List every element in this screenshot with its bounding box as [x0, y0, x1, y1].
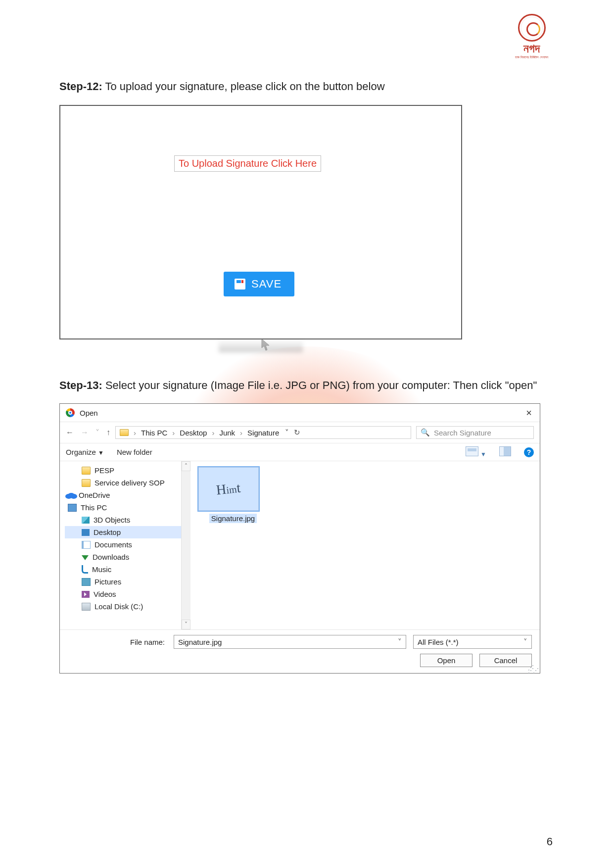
file-type-filter[interactable]: All Files (*.*) ˅ [413, 635, 532, 649]
tree-item[interactable]: This PC [65, 501, 189, 514]
file-thumbnail: Himt [198, 467, 259, 511]
scroll-up-icon[interactable]: ˄ [182, 461, 190, 471]
cancel-button[interactable]: Cancel [479, 654, 532, 667]
brand-logo: নগদ ডাক বিভাগের ডিজিটাল লেনদেন [511, 14, 553, 58]
tree-item-label: OneDrive [79, 491, 110, 499]
preview-pane-icon [499, 446, 511, 456]
step12-label: Step-12: [59, 80, 102, 93]
logo-mark-icon [518, 14, 546, 42]
brand-tagline: ডাক বিভাগের ডিজিটাল লেনদেন [511, 55, 553, 59]
tree-item-label: Local Disk (C:) [94, 602, 143, 611]
nav-forward-button[interactable]: → [81, 428, 89, 437]
page-number: 6 [547, 835, 553, 848]
upload-signature-button[interactable]: To Upload Signature Click Here [174, 155, 321, 172]
file-item-label: Signature.jpg [209, 514, 257, 523]
close-button[interactable]: × [523, 408, 535, 418]
vid-icon [82, 591, 90, 598]
tree-item-label: Downloads [93, 553, 129, 561]
help-icon[interactable]: ? [524, 447, 534, 457]
search-input[interactable]: 🔍 Search Signature [416, 426, 534, 439]
tree-item-label: Service delivery SOP [94, 479, 165, 487]
save-button[interactable]: SAVE [224, 272, 294, 296]
address-bar[interactable]: › This PC › Desktop › Junk › Signature ˅… [115, 426, 411, 439]
tree-item-label: Pictures [94, 578, 121, 586]
tree-item-label: 3D Objects [94, 516, 130, 524]
search-icon: 🔍 [421, 428, 430, 437]
chrome-icon [66, 408, 75, 417]
tree-item[interactable]: 3D Objects [65, 514, 189, 526]
file-list[interactable]: Himt Signature.jpg [190, 461, 540, 629]
folder-icon [82, 467, 91, 475]
resize-grip-icon[interactable]: ⋰⋰⋰ [528, 666, 538, 672]
nav-up-button[interactable]: ↑ [106, 428, 110, 437]
tree-item[interactable]: Service delivery SOP [65, 477, 189, 489]
file-item-selected[interactable]: Himt Signature.jpg [198, 467, 268, 523]
open-file-dialog: Open × ← → ˅ ↑ › This PC › Desktop › [59, 403, 540, 674]
cursor-icon [261, 338, 271, 351]
step12-text: To upload your signature, please click o… [102, 80, 385, 93]
tree-item[interactable]: Desktop [65, 526, 189, 538]
down-icon [82, 555, 89, 560]
tree-item[interactable]: OneDrive [65, 489, 189, 501]
brand-name: নগদ [511, 43, 553, 54]
tree-item-label: Desktop [94, 528, 121, 536]
crumb-this-pc[interactable]: This PC [141, 429, 167, 437]
crumb-junk[interactable]: Junk [219, 429, 235, 437]
view-mode-button[interactable]: ▼ [466, 446, 486, 458]
folder-tree: PESPService delivery SOPOneDriveThis PC3… [60, 461, 190, 629]
tree-item-label: Videos [94, 590, 116, 598]
search-placeholder: Search Signature [434, 429, 491, 437]
save-icon [235, 279, 245, 289]
tree-item-label: PESP [94, 466, 114, 475]
music-icon [82, 565, 88, 574]
scroll-down-icon[interactable]: ˅ [182, 620, 190, 629]
step12-heading: Step-12: To upload your signature, pleas… [59, 79, 555, 94]
refresh-icon[interactable]: ↻ [294, 428, 300, 437]
pc-icon [68, 504, 77, 512]
step13-text: Select your signature (Image File i.e. J… [102, 379, 537, 391]
thumbnail-view-icon [466, 446, 478, 456]
tree-item-label: Documents [94, 540, 132, 549]
crumb-signature[interactable]: Signature [247, 429, 279, 437]
organize-menu[interactable]: Organize ▼ [66, 448, 104, 456]
tree-item[interactable]: Local Disk (C:) [65, 600, 189, 613]
cube-icon [82, 517, 90, 524]
doc-icon [82, 541, 91, 549]
crumb-desktop[interactable]: Desktop [180, 429, 207, 437]
folder-icon [120, 429, 129, 436]
tree-item[interactable]: PESP [65, 464, 189, 477]
filename-input[interactable]: Signature.jpg ˅ [174, 635, 406, 649]
save-button-label: SAVE [251, 278, 282, 290]
new-folder-button[interactable]: New folder [117, 448, 152, 456]
tree-item-label: This PC [81, 503, 107, 512]
pic-icon [82, 578, 91, 586]
preview-pane-button[interactable] [499, 446, 511, 458]
tree-item[interactable]: Music [65, 563, 189, 576]
tree-item[interactable]: Videos [65, 588, 189, 600]
address-dropdown-icon[interactable]: ˅ [285, 428, 289, 437]
tree-item-label: Music [92, 565, 111, 574]
tree-item[interactable]: Downloads [65, 551, 189, 563]
filename-dropdown-icon[interactable]: ˅ [398, 637, 402, 646]
tree-item[interactable]: Documents [65, 538, 189, 551]
desk-icon [82, 529, 90, 536]
filename-value: Signature.jpg [178, 638, 222, 646]
tree-item[interactable]: Pictures [65, 576, 189, 588]
open-button[interactable]: Open [420, 654, 472, 667]
nav-recent-button[interactable]: ˅ [95, 428, 99, 437]
upload-screenshot-frame: To Upload Signature Click Here SAVE [59, 105, 462, 339]
step13-label: Step-13: [59, 379, 102, 391]
tree-scrollbar[interactable]: ˄ ˅ [181, 461, 190, 629]
dialog-title: Open [80, 409, 523, 417]
disk-icon [82, 603, 91, 611]
nav-back-button[interactable]: ← [66, 428, 74, 437]
filter-dropdown-icon[interactable]: ˅ [523, 637, 527, 646]
cloud-icon [68, 493, 75, 498]
step13-heading: Step-13: Select your signature (Image Fi… [59, 378, 555, 393]
filter-value: All Files (*.*) [418, 638, 459, 646]
filename-label: File name: [68, 638, 167, 646]
folder-icon [82, 479, 91, 487]
